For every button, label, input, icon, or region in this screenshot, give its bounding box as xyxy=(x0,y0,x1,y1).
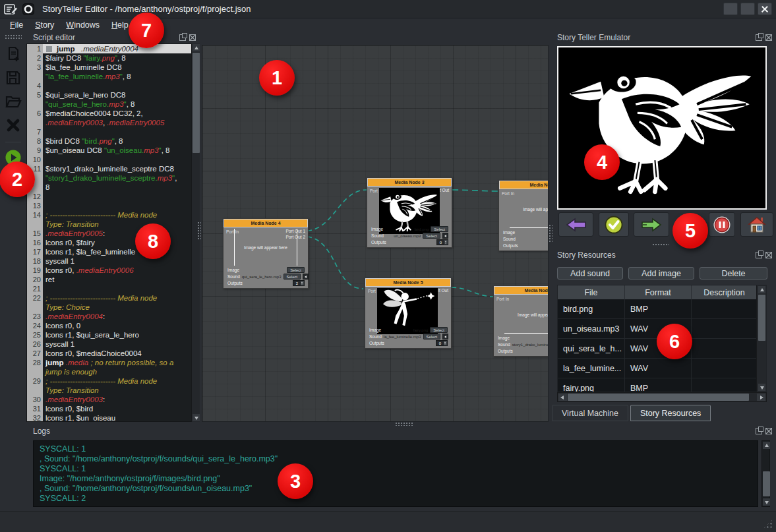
outputs-stepper[interactable]: 0 xyxy=(436,239,448,245)
float-panel-icon[interactable] xyxy=(756,428,762,434)
media-node[interactable]: Media Node 4Port InPort Out 1Port Out 2I… xyxy=(223,218,309,289)
select-sound-button[interactable]: Select xyxy=(284,274,301,280)
splitter-handle[interactable] xyxy=(197,222,201,240)
scroll-up-icon[interactable] xyxy=(758,286,765,293)
scroll-down-icon[interactable] xyxy=(193,414,200,421)
save-icon[interactable] xyxy=(5,69,22,86)
table-vscrollbar[interactable] xyxy=(756,285,766,392)
tab-virtual-machine[interactable]: Virtual Machine xyxy=(552,405,628,421)
node-graph-canvas[interactable]: Media Node 4Port InPort Out 1Port Out 2I… xyxy=(202,45,549,422)
stepper-arrows-icon[interactable] xyxy=(444,240,448,245)
image-field-row: ImageSelect xyxy=(498,335,549,341)
media-node[interactable]: Media Node 2Port InImage will appear her… xyxy=(498,180,549,251)
outputs-stepper[interactable]: 0 xyxy=(436,340,448,346)
back-button[interactable] xyxy=(558,212,593,237)
scroll-up-icon[interactable] xyxy=(763,442,770,449)
table-row[interactable]: bird.pngBMP xyxy=(558,299,766,319)
home-button[interactable] xyxy=(740,212,773,237)
close-button[interactable] xyxy=(758,3,772,15)
code-text xyxy=(43,192,199,201)
media-node[interactable]: Media Node 6Port InImage will appear her… xyxy=(493,285,549,357)
sound-field-row: SoundSelect xyxy=(503,236,549,242)
float-panel-icon[interactable] xyxy=(179,34,186,41)
splitter-handle[interactable] xyxy=(549,224,552,243)
tab-story-resources[interactable]: Story Resources xyxy=(630,405,711,421)
select-image-button[interactable]: Select xyxy=(430,327,448,333)
select-image-button[interactable]: Select xyxy=(287,267,305,273)
media-node[interactable]: Media Node 5Port InPort OutImagefairy.pn… xyxy=(365,278,452,349)
add-sound-button[interactable]: Add sound xyxy=(557,267,623,280)
code-text: lcons r0, .mediaEntry0006 xyxy=(43,266,199,275)
code-token: Type: Choice xyxy=(45,303,90,311)
next-button[interactable] xyxy=(634,212,669,237)
media-node[interactable]: Media Node 3Port InPort OutImagebird.png… xyxy=(367,177,452,248)
code-text xyxy=(43,284,199,293)
column-header-file[interactable]: File xyxy=(558,285,625,299)
line-number xyxy=(27,220,43,229)
log-line: SYSCALL: 2 xyxy=(40,494,752,504)
column-header-format[interactable]: Format xyxy=(625,285,692,299)
maximize-button[interactable] xyxy=(740,3,755,15)
float-panel-icon[interactable] xyxy=(756,252,762,258)
code-token: .mediaEntry0004 xyxy=(81,45,138,53)
close-project-icon[interactable] xyxy=(5,117,22,134)
scroll-left-icon[interactable] xyxy=(558,394,567,401)
table-hscroll-thumb[interactable] xyxy=(568,394,749,401)
select-sound-button[interactable]: Select xyxy=(423,334,441,340)
float-panel-icon[interactable] xyxy=(756,34,762,41)
outputs-field-label: Outputs xyxy=(503,243,518,248)
menu-item-story[interactable]: Story xyxy=(29,19,60,31)
menu-item-file[interactable]: File xyxy=(4,19,29,31)
scroll-up-icon[interactable] xyxy=(193,44,200,51)
resize-grip[interactable] xyxy=(763,519,773,529)
scroll-down-icon[interactable] xyxy=(758,384,765,391)
ok-button[interactable] xyxy=(599,212,629,237)
logs-scrollbar[interactable] xyxy=(761,440,770,507)
splitter-handle[interactable] xyxy=(652,243,669,246)
table-hscrollbar[interactable] xyxy=(557,392,767,402)
node-title[interactable]: Media Node 4 xyxy=(224,219,308,227)
select-sound-button[interactable]: Select xyxy=(423,233,440,239)
line-number: 16 xyxy=(27,238,43,247)
stepper-arrows-icon[interactable] xyxy=(444,341,447,345)
pause-button[interactable] xyxy=(709,212,735,237)
table-row[interactable]: fairy.pngBMP xyxy=(558,378,766,392)
splitter-handle[interactable] xyxy=(395,422,413,426)
code-line: 27lcons r0, $mediaChoice0004 xyxy=(27,349,199,358)
speaker-icon[interactable] xyxy=(442,233,448,239)
menu-item-windows[interactable]: Windows xyxy=(60,19,105,31)
open-folder-icon[interactable] xyxy=(5,93,22,110)
new-file-icon[interactable] xyxy=(5,45,22,63)
stepper-arrows-icon[interactable] xyxy=(301,281,304,285)
outputs-stepper[interactable]: 2 xyxy=(293,280,305,286)
node-title[interactable]: Media Node 2 xyxy=(499,181,549,189)
add-image-button[interactable]: Add image xyxy=(628,267,694,280)
node-title[interactable]: Media Node 5 xyxy=(365,278,451,287)
speaker-icon[interactable] xyxy=(442,334,448,340)
toolbar-drag-handle[interactable] xyxy=(5,34,22,39)
close-panel-icon[interactable] xyxy=(189,34,196,41)
close-panel-icon[interactable] xyxy=(765,428,772,434)
code-line: 18syscall 1 xyxy=(27,256,199,266)
node-title[interactable]: Media Node 3 xyxy=(367,178,452,187)
select-image-button[interactable]: Select xyxy=(431,226,448,232)
close-panel-icon[interactable] xyxy=(765,252,772,258)
node-title[interactable]: Media Node 6 xyxy=(494,286,549,295)
scroll-right-icon[interactable] xyxy=(757,394,765,401)
scroll-down-icon[interactable] xyxy=(763,498,770,506)
speaker-icon[interactable] xyxy=(303,274,309,280)
annotation-badge-7: 7 xyxy=(129,13,164,48)
minimize-button[interactable] xyxy=(723,3,738,15)
line-number: 26 xyxy=(27,340,43,349)
table-row[interactable]: la_fee_lumine...WAV xyxy=(558,359,766,378)
code-text: Type: Choice xyxy=(43,303,199,312)
table-cell xyxy=(692,359,758,378)
logs-scroll-thumb[interactable] xyxy=(763,471,770,496)
code-editor[interactable]: 1jump .mediaEntry00042$fairy DC8 "fairy.… xyxy=(26,44,200,422)
close-panel-icon[interactable] xyxy=(765,34,772,41)
editor-scrollbar-thumb[interactable] xyxy=(193,53,200,153)
column-header-description[interactable]: Description xyxy=(692,285,758,299)
table-vscroll-thumb[interactable] xyxy=(758,295,765,341)
delete-button[interactable]: Delete xyxy=(700,267,767,280)
code-text xyxy=(43,155,199,164)
